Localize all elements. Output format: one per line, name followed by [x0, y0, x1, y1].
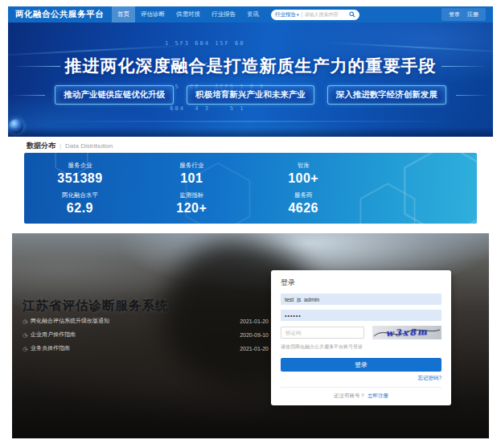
login-note: 请使用两化融合公共服务平台账号登录 — [281, 343, 441, 351]
clock-icon: ◷ — [23, 346, 27, 351]
top-navbar: 两化融合公共服务平台 首页 评估诊断 供需对接 行业报告 资讯 行业报告 ▾ 登… — [8, 6, 493, 23]
news-list: ◷ 两化融合评估系统升级改版通知 2021-01-20 ◷ 企业用户操作指南 2… — [23, 317, 269, 358]
news-item[interactable]: ◷ 业务员操作指南 2021-01-20 — [23, 344, 269, 352]
go-register-link[interactable]: 立即注册 — [368, 393, 388, 398]
register-link[interactable]: 注册 — [467, 10, 478, 18]
slogan-pill-digital-economy[interactable]: 深入推进数字经济创新发展 — [327, 85, 446, 105]
captcha-image[interactable]: w3x8m — [372, 326, 441, 339]
captcha-input[interactable] — [281, 327, 364, 339]
stat-service-providers: 服务商 4626 — [248, 188, 359, 218]
hero-banner: 1 5F3 604 15F 60 A7 B8 C 7 5 C0 2CF3 1 6… — [8, 23, 493, 137]
nav-item-assessment[interactable]: 评估诊断 — [135, 6, 170, 23]
data-section-header: 数据分布 | Data Distribution — [27, 141, 113, 151]
slogan-line-right — [456, 95, 490, 96]
data-title-en: Data Distribution — [65, 142, 113, 150]
login-submit-button[interactable]: 登录 — [281, 358, 441, 372]
search-category-select[interactable]: 行业报告 ▾ — [275, 11, 299, 18]
login-link[interactable]: 登录 — [449, 10, 460, 18]
search-icon[interactable] — [349, 11, 355, 18]
stat-served-enterprises: 服务企业 351389 — [24, 158, 136, 188]
search-box: 行业报告 ▾ — [271, 10, 359, 20]
clock-icon: ◷ — [23, 319, 27, 324]
headline-line-left — [13, 66, 60, 67]
hero-slogan-row: 推动产业链供应链优化升级 积极培育新兴产业和未来产业 深入推进数字经济创新发展 — [8, 85, 493, 105]
stats-panel: 服务企业 351389 服务行业 101 智库 100+ 两化融合水平 62.9… — [24, 153, 477, 224]
stat-think-tank: 智库 100+ — [248, 158, 359, 188]
nav-item-home[interactable]: 首页 — [112, 6, 135, 23]
nav-item-news[interactable]: 资讯 — [241, 6, 265, 23]
slogan-pill-industry-chain[interactable]: 推动产业链供应链优化升级 — [55, 85, 174, 105]
nav-item-supply-demand[interactable]: 供需对接 — [170, 6, 206, 23]
brand-logo[interactable]: 两化融合公共服务平台 — [15, 9, 104, 20]
stat-served-industries: 服务行业 101 — [136, 158, 248, 188]
stat-integration-level: 两化融合水平 62.9 — [24, 188, 136, 218]
data-title-divider: | — [60, 142, 61, 150]
page: 两化融合公共服务平台 首页 评估诊断 供需对接 行业报告 资讯 行业报告 ▾ 登… — [0, 0, 501, 448]
data-title-zh: 数据分布 — [27, 141, 55, 151]
stats-grid: 服务企业 351389 服务行业 101 智库 100+ 两化融合水平 62.9… — [24, 153, 359, 224]
hero-headline: 推进两化深度融合是打造新质生产力的重要手段 — [65, 55, 437, 77]
auth-links: 登录 注册 — [441, 8, 486, 21]
hero-bottom-shade — [8, 127, 493, 137]
news-item[interactable]: ◷ 两化融合评估系统升级改版通知 2021-01-20 — [23, 317, 269, 325]
slogan-pill-emerging-industry[interactable]: 积极培育新兴产业和未来产业 — [187, 85, 314, 105]
username-field[interactable] — [281, 294, 441, 305]
hexagon-decoration — [356, 182, 419, 224]
search-divider — [302, 12, 302, 18]
portal-photo-section: 江苏省评估诊断服务系统 ◷ 两化融合评估系统升级改版通知 2021-01-20 … — [12, 233, 489, 438]
clock-icon: ◷ — [23, 332, 27, 338]
hero-headline-row: 推进两化深度融合是打造新质生产力的重要手段 — [8, 55, 493, 77]
captcha-noise-line — [372, 326, 441, 339]
login-card: 登录 w3x8m 请使用两化融合公共服务平台账号登录 登录 忘记密码? 还没有账… — [271, 270, 451, 405]
stat-monitoring-indicators: 监测指标 120+ — [136, 188, 248, 218]
nav-item-industry-report[interactable]: 行业报告 — [206, 6, 241, 23]
search-input[interactable] — [305, 12, 347, 17]
search-category-label: 行业报告 — [275, 11, 296, 18]
main-nav: 首页 评估诊断 供需对接 行业报告 资讯 — [112, 6, 265, 23]
captcha-row: w3x8m — [281, 326, 441, 339]
headline-line-right — [441, 66, 489, 67]
news-item[interactable]: ◷ 企业用户操作指南 2020-09-10 — [23, 331, 269, 339]
chevron-down-icon: ▾ — [297, 12, 299, 17]
slogan-line-left — [11, 95, 45, 96]
portal-title: 江苏省评估诊断服务系统 — [23, 298, 169, 314]
forgot-password-link[interactable]: 忘记密码? — [281, 375, 441, 382]
register-question: 还没有账号？ — [334, 393, 365, 398]
login-card-title: 登录 — [281, 277, 441, 288]
password-field[interactable] — [281, 310, 441, 321]
register-row: 还没有账号？立即注册 — [281, 387, 441, 400]
